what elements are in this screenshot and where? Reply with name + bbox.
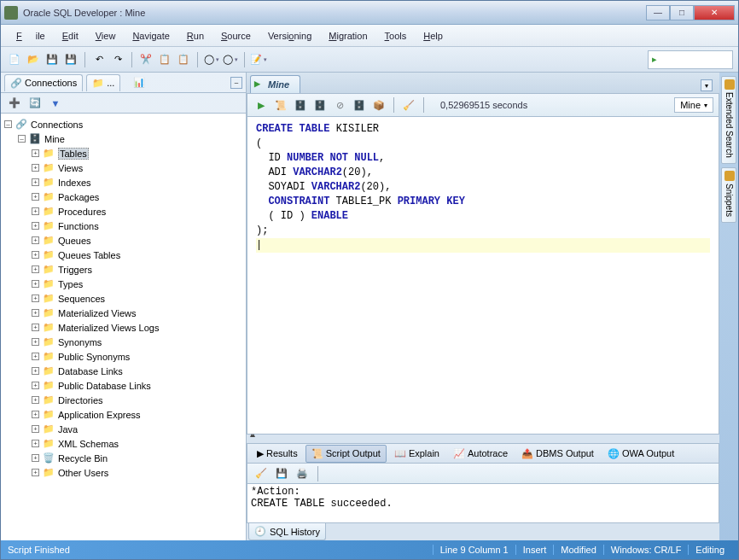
tree-node-database-links[interactable]: +📁Database Links [3,364,244,378]
rollback-icon[interactable]: 🗄️ [311,96,329,114]
tree-node-views[interactable]: +📁Views [3,160,244,175]
search-box[interactable]: ▸ [648,50,733,69]
expander-icon[interactable]: + [32,222,39,230]
expander-icon[interactable]: + [32,207,39,215]
tree-node-queues[interactable]: +📁Queues [3,233,244,248]
expander-icon[interactable]: + [32,164,39,172]
expander-icon[interactable]: + [32,251,39,259]
sql-editor[interactable]: CREATE TABLE KISILER( ID NUMBER NOT NULL… [247,117,719,435]
tree-node-xml-schemas[interactable]: +📁XML Schemas [3,436,244,451]
tree-node-public-synonyms[interactable]: +📁Public Synonyms [3,349,244,364]
expander-icon[interactable]: + [32,367,39,375]
explain-plan-icon[interactable]: 📦 [370,96,387,114]
menu-edit[interactable]: Edit [55,27,85,44]
monitor-icon[interactable]: 🗄️ [351,96,368,114]
paste-icon[interactable]: 📋 [175,51,192,68]
expander-icon[interactable]: + [32,280,39,288]
panel-extended-search[interactable]: Extended Search [721,76,736,164]
commit-icon[interactable]: 🗄️ [292,96,309,114]
menu-navigate[interactable]: Navigate [125,27,176,44]
tree-node-mine[interactable]: –🗄️Mine [3,131,244,146]
tab-connections[interactable]: 🔗 Connections [4,74,83,91]
tree-node-materialized-views-logs[interactable]: +📁Materialized Views Logs [3,320,244,335]
tree-node-packages[interactable]: +📁Packages [3,190,244,204]
menu-source[interactable]: Source [214,27,258,44]
maximize-button[interactable]: □ [670,5,694,20]
expander-icon[interactable]: + [32,382,39,389]
tree-node-other-users[interactable]: +📁Other Users [3,465,244,480]
redo-icon[interactable]: ↷ [109,51,126,68]
copy-icon[interactable]: 📋 [156,51,173,68]
forward-dropdown[interactable]: ◯ [222,51,239,68]
run-statement-icon[interactable]: ▶ [253,96,270,114]
expander-icon[interactable]: + [32,265,39,273]
tree-node-triggers[interactable]: +📁Triggers [3,262,244,277]
sql-worksheet-dropdown[interactable]: 📝 [250,51,267,68]
tab-worksheet-mine[interactable]: Mine [250,75,300,93]
sidebar-minimize-button[interactable]: – [230,77,242,89]
expander-icon[interactable]: + [32,440,39,447]
connection-selector[interactable]: Mine▾ [674,97,713,113]
expander-icon[interactable]: + [32,295,39,302]
minimize-button[interactable]: — [646,5,670,20]
refresh-icon[interactable]: 🔄 [26,95,44,112]
cancel-icon[interactable]: ⊘ [331,96,348,114]
tree-node-tables[interactable]: +📁Tables [3,146,244,160]
cut-icon[interactable]: ✂️ [137,51,154,68]
tree-node-queues-tables[interactable]: +📁Queues Tables [3,248,244,262]
menu-file[interactable]: File [9,27,52,44]
tab-dbms-output[interactable]: 📤DBMS Output [515,445,600,463]
menu-help[interactable]: Help [416,27,450,44]
clear-icon[interactable]: 🧹 [400,96,417,114]
tree-node-indexes[interactable]: +📁Indexes [3,175,244,190]
expander-icon[interactable]: + [32,149,39,157]
save-icon[interactable]: 💾 [44,51,61,68]
expander-icon[interactable]: + [32,324,39,331]
expander-icon[interactable]: + [32,396,39,404]
undo-icon[interactable]: ↶ [90,51,108,68]
print-output-icon[interactable]: 🖨️ [294,465,311,482]
close-button[interactable]: ✕ [694,5,735,20]
expander-icon[interactable]: + [32,454,39,462]
panel-snippets[interactable]: Snippets [721,167,736,223]
expander-icon[interactable]: + [32,178,39,186]
tree-node-connections[interactable]: –🔗Connections [3,117,244,131]
tree-node-application-express[interactable]: +📁Application Express [3,407,244,422]
new-connection-icon[interactable]: ➕ [6,95,23,112]
back-dropdown[interactable]: ◯ [203,51,220,68]
save-output-icon[interactable]: 💾 [273,465,290,482]
menu-view[interactable]: View [89,27,123,44]
tab-explain[interactable]: 📖Explain [388,445,445,463]
expander-icon[interactable]: – [4,120,12,128]
tree-node-functions[interactable]: +📁Functions [3,219,244,233]
expander-icon[interactable]: + [32,193,39,201]
open-icon[interactable]: 📂 [25,51,42,68]
tree-node-synonyms[interactable]: +📁Synonyms [3,335,244,349]
clear-output-icon[interactable]: 🧹 [253,465,270,482]
tree-node-procedures[interactable]: +📁Procedures [3,204,244,219]
menu-versioning[interactable]: Versioning [261,27,318,44]
save-all-icon[interactable]: 💾 [62,51,79,68]
tree-node-directories[interactable]: +📁Directories [3,393,244,407]
filter-icon[interactable]: ▼ [47,95,64,112]
expander-icon[interactable]: + [32,469,39,476]
new-icon[interactable]: 📄 [6,51,23,68]
expander-icon[interactable]: + [32,353,39,360]
menu-run[interactable]: Run [180,27,211,44]
tree-node-public-database-links[interactable]: +📁Public Database Links [3,378,244,393]
menu-tools[interactable]: Tools [378,27,414,44]
tree-node-sequences[interactable]: +📁Sequences [3,291,244,306]
run-script-icon[interactable]: 📜 [272,96,289,114]
tab-list-dropdown[interactable]: ▾ [701,79,713,91]
expander-icon[interactable]: + [32,309,39,317]
tab-sql-history[interactable]: 🕘SQL History [248,523,326,540]
expander-icon[interactable]: + [32,236,39,244]
tab-script-output[interactable]: 📜Script Output [305,445,387,463]
tab-files[interactable]: 📁 ... [86,74,120,91]
tab-results[interactable]: ▶Results [251,445,304,463]
expander-icon[interactable]: – [18,135,26,143]
connections-tree[interactable]: –🔗Connections–🗄️Mine+📁Tables+📁Views+📁Ind… [1,114,246,540]
expander-icon[interactable]: + [32,411,39,418]
tree-node-recycle-bin[interactable]: +🗑️Recycle Bin [3,451,244,465]
splitter[interactable] [247,435,719,443]
